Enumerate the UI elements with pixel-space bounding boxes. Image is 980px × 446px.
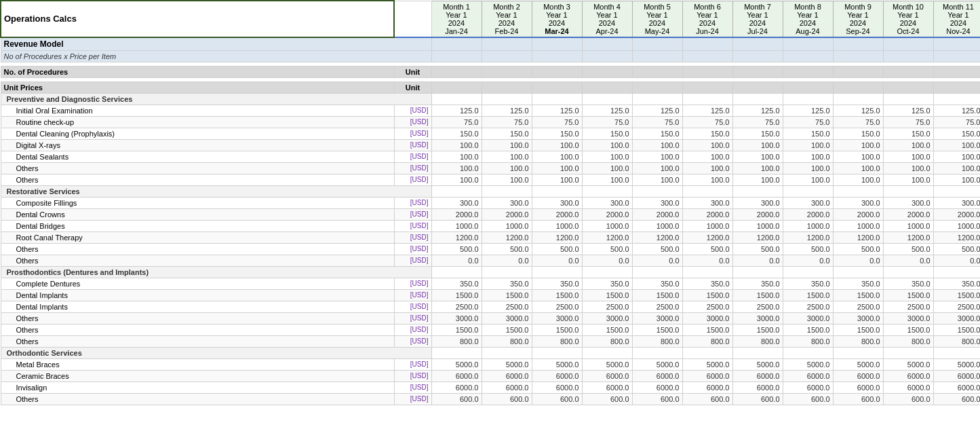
value-cell: 100.0 xyxy=(833,139,883,151)
value-cell: 0.0 xyxy=(783,255,833,266)
value-cell: 100.0 xyxy=(783,139,833,151)
value-cell: 1000.0 xyxy=(833,220,883,231)
value-cell: 2000.0 xyxy=(431,208,482,220)
empty-cell xyxy=(532,266,582,278)
value-cell: 75.0 xyxy=(883,116,933,128)
value-cell: 100.0 xyxy=(632,151,682,162)
value-cell: 0.0 xyxy=(933,255,980,266)
year-label-1: Year 1 xyxy=(485,11,529,19)
value-cell: 75.0 xyxy=(532,116,582,128)
value-cell: 6000.0 xyxy=(682,370,732,382)
value-cell: 300.0 xyxy=(732,197,783,208)
empty-cell xyxy=(682,185,732,197)
empty-cell xyxy=(833,81,883,93)
empty-cell xyxy=(532,50,582,62)
item-unit: [USD] xyxy=(394,243,431,255)
item-unit: [USD] xyxy=(394,162,431,174)
empty-cell xyxy=(482,93,532,105)
value-cell: 600.0 xyxy=(632,393,682,405)
value-cell: 2500.0 xyxy=(833,301,883,312)
value-cell: 100.0 xyxy=(933,139,980,151)
value-cell: 100.0 xyxy=(783,162,833,174)
value-cell: 100.0 xyxy=(632,139,682,151)
year-label-4: Year 1 xyxy=(635,11,680,19)
date-label-5: Jun-24 xyxy=(686,27,730,35)
value-cell: 350.0 xyxy=(582,278,632,289)
empty-cell xyxy=(783,37,833,51)
item-label: Dental Implants xyxy=(1,301,394,312)
value-cell: 1500.0 xyxy=(783,324,833,335)
item-row: Others [USD] 100.0100.0100.0100.0100.010… xyxy=(1,174,980,185)
empty-cell xyxy=(532,93,582,105)
value-cell: 6000.0 xyxy=(833,370,883,382)
value-cell: 3000.0 xyxy=(933,312,980,324)
year-9: 2024 xyxy=(886,19,930,27)
value-cell: 5000.0 xyxy=(582,358,632,370)
empty-cell xyxy=(883,66,933,77)
item-label: Others xyxy=(1,335,394,347)
month-header-9: Month 10 Year 1 2024 Oct-24 xyxy=(883,1,933,37)
value-cell: 2500.0 xyxy=(632,301,682,312)
value-cell: 3000.0 xyxy=(632,312,682,324)
empty-cell xyxy=(883,185,933,197)
value-cell: 1000.0 xyxy=(732,220,783,231)
empty-cell xyxy=(582,37,632,51)
category-header-3: Orthodontic Services xyxy=(1,347,980,358)
value-cell: 6000.0 xyxy=(883,370,933,382)
value-cell: 5000.0 xyxy=(532,358,582,370)
empty-cell xyxy=(682,37,732,51)
value-cell: 100.0 xyxy=(532,151,582,162)
value-cell: 1200.0 xyxy=(883,231,933,243)
year-label-0: Year 1 xyxy=(435,11,479,19)
item-row: Others [USD] 600.0600.0600.0600.0600.060… xyxy=(1,393,980,405)
empty-cell xyxy=(833,347,883,358)
value-cell: 2000.0 xyxy=(732,208,783,220)
empty-cell xyxy=(431,50,482,62)
empty-cell xyxy=(532,347,582,358)
year-0: 2024 xyxy=(435,19,479,27)
value-cell: 100.0 xyxy=(482,162,532,174)
item-label: Others xyxy=(1,324,394,335)
empty-cell xyxy=(833,66,883,77)
value-cell: 125.0 xyxy=(833,105,883,116)
empty-cell xyxy=(883,81,933,93)
empty-cell xyxy=(482,266,532,278)
category-header-1: Restorative Services xyxy=(1,185,980,197)
value-cell: 125.0 xyxy=(582,105,632,116)
spreadsheet-container: Operations Calcs Month 1 Year 1 2024 Jan… xyxy=(0,0,980,405)
value-cell: 100.0 xyxy=(833,162,883,174)
value-cell: 0.0 xyxy=(532,255,582,266)
empty-cell xyxy=(732,93,783,105)
empty-cell xyxy=(732,81,783,93)
value-cell: 1000.0 xyxy=(883,220,933,231)
year-label-10: Year 1 xyxy=(937,11,981,19)
empty-cell xyxy=(783,81,833,93)
value-cell: 6000.0 xyxy=(482,370,532,382)
value-cell: 100.0 xyxy=(732,174,783,185)
month-label-10: Month 11 xyxy=(937,3,981,11)
empty-cell xyxy=(783,66,833,77)
value-cell: 500.0 xyxy=(682,243,732,255)
title-cell[interactable]: Operations Calcs xyxy=(1,1,394,37)
empty-cell xyxy=(883,93,933,105)
value-cell: 350.0 xyxy=(632,278,682,289)
value-cell: 1500.0 xyxy=(532,289,582,301)
empty-cell xyxy=(582,50,632,62)
empty-cell xyxy=(883,37,933,51)
value-cell: 6000.0 xyxy=(431,382,482,393)
value-cell: 100.0 xyxy=(482,139,532,151)
empty-cell xyxy=(732,266,783,278)
value-cell: 1500.0 xyxy=(732,289,783,301)
value-cell: 800.0 xyxy=(783,335,833,347)
value-cell: 100.0 xyxy=(431,151,482,162)
value-cell: 300.0 xyxy=(783,197,833,208)
item-unit: [USD] xyxy=(394,278,431,289)
formula-label: No of Procedures x Price per Item xyxy=(1,50,431,62)
empty-cell xyxy=(482,347,532,358)
value-cell: 600.0 xyxy=(682,393,732,405)
value-cell: 3000.0 xyxy=(532,312,582,324)
month-label-6: Month 7 xyxy=(736,3,780,11)
value-cell: 6000.0 xyxy=(532,382,582,393)
value-cell: 800.0 xyxy=(632,335,682,347)
value-cell: 6000.0 xyxy=(431,370,482,382)
